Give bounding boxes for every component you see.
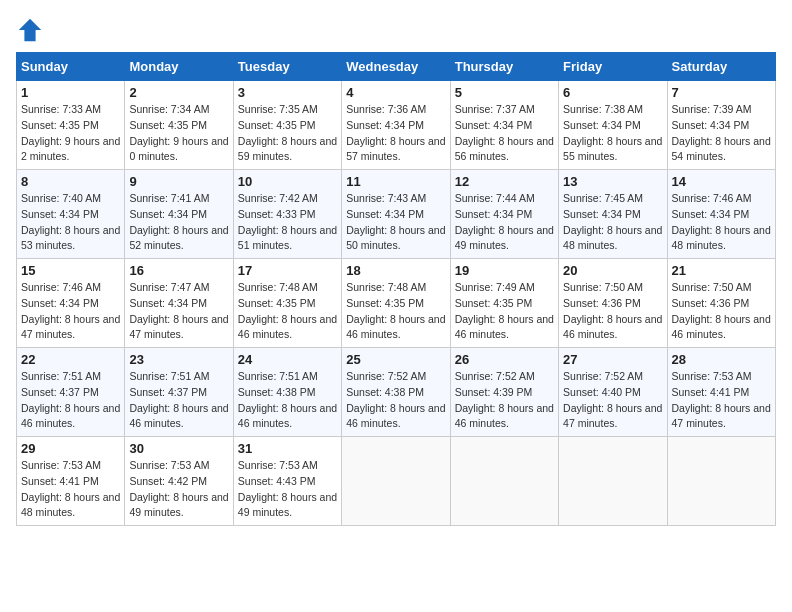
calendar-day-cell: 26Sunrise: 7:52 AMSunset: 4:39 PMDayligh… [450,348,558,437]
day-number: 18 [346,263,445,278]
day-number: 29 [21,441,120,456]
day-info: Sunrise: 7:43 AMSunset: 4:34 PMDaylight:… [346,191,445,254]
day-info: Sunrise: 7:41 AMSunset: 4:34 PMDaylight:… [129,191,228,254]
weekday-header: Wednesday [342,53,450,81]
day-number: 25 [346,352,445,367]
calendar-day-cell: 2Sunrise: 7:34 AMSunset: 4:35 PMDaylight… [125,81,233,170]
day-info: Sunrise: 7:48 AMSunset: 4:35 PMDaylight:… [238,280,337,343]
calendar-day-cell: 23Sunrise: 7:51 AMSunset: 4:37 PMDayligh… [125,348,233,437]
day-number: 17 [238,263,337,278]
day-info: Sunrise: 7:51 AMSunset: 4:37 PMDaylight:… [129,369,228,432]
calendar-week-row: 15Sunrise: 7:46 AMSunset: 4:34 PMDayligh… [17,259,776,348]
weekday-header: Saturday [667,53,775,81]
day-info: Sunrise: 7:40 AMSunset: 4:34 PMDaylight:… [21,191,120,254]
day-info: Sunrise: 7:51 AMSunset: 4:37 PMDaylight:… [21,369,120,432]
calendar-week-row: 8Sunrise: 7:40 AMSunset: 4:34 PMDaylight… [17,170,776,259]
day-number: 1 [21,85,120,100]
day-info: Sunrise: 7:49 AMSunset: 4:35 PMDaylight:… [455,280,554,343]
day-info: Sunrise: 7:42 AMSunset: 4:33 PMDaylight:… [238,191,337,254]
calendar-day-cell: 6Sunrise: 7:38 AMSunset: 4:34 PMDaylight… [559,81,667,170]
weekday-header-row: SundayMondayTuesdayWednesdayThursdayFrid… [17,53,776,81]
calendar-body: 1Sunrise: 7:33 AMSunset: 4:35 PMDaylight… [17,81,776,526]
calendar-day-cell: 16Sunrise: 7:47 AMSunset: 4:34 PMDayligh… [125,259,233,348]
day-info: Sunrise: 7:53 AMSunset: 4:43 PMDaylight:… [238,458,337,521]
weekday-header: Sunday [17,53,125,81]
calendar-day-cell: 1Sunrise: 7:33 AMSunset: 4:35 PMDaylight… [17,81,125,170]
day-number: 27 [563,352,662,367]
day-number: 4 [346,85,445,100]
day-number: 8 [21,174,120,189]
day-info: Sunrise: 7:52 AMSunset: 4:39 PMDaylight:… [455,369,554,432]
day-info: Sunrise: 7:50 AMSunset: 4:36 PMDaylight:… [672,280,771,343]
day-info: Sunrise: 7:33 AMSunset: 4:35 PMDaylight:… [21,102,120,165]
day-number: 30 [129,441,228,456]
calendar-day-cell: 11Sunrise: 7:43 AMSunset: 4:34 PMDayligh… [342,170,450,259]
day-number: 23 [129,352,228,367]
calendar-day-cell: 9Sunrise: 7:41 AMSunset: 4:34 PMDaylight… [125,170,233,259]
day-info: Sunrise: 7:46 AMSunset: 4:34 PMDaylight:… [21,280,120,343]
weekday-header: Tuesday [233,53,341,81]
day-info: Sunrise: 7:52 AMSunset: 4:38 PMDaylight:… [346,369,445,432]
calendar-day-cell: 10Sunrise: 7:42 AMSunset: 4:33 PMDayligh… [233,170,341,259]
day-info: Sunrise: 7:36 AMSunset: 4:34 PMDaylight:… [346,102,445,165]
calendar-day-cell: 31Sunrise: 7:53 AMSunset: 4:43 PMDayligh… [233,437,341,526]
calendar-day-cell: 29Sunrise: 7:53 AMSunset: 4:41 PMDayligh… [17,437,125,526]
day-number: 7 [672,85,771,100]
day-number: 16 [129,263,228,278]
day-number: 3 [238,85,337,100]
calendar-header: SundayMondayTuesdayWednesdayThursdayFrid… [17,53,776,81]
day-number: 6 [563,85,662,100]
day-number: 14 [672,174,771,189]
weekday-header: Friday [559,53,667,81]
day-number: 10 [238,174,337,189]
day-number: 21 [672,263,771,278]
page-header [16,16,776,44]
weekday-header: Monday [125,53,233,81]
calendar-day-cell: 15Sunrise: 7:46 AMSunset: 4:34 PMDayligh… [17,259,125,348]
day-number: 20 [563,263,662,278]
day-number: 11 [346,174,445,189]
calendar-day-cell: 5Sunrise: 7:37 AMSunset: 4:34 PMDaylight… [450,81,558,170]
day-info: Sunrise: 7:52 AMSunset: 4:40 PMDaylight:… [563,369,662,432]
calendar-day-cell: 3Sunrise: 7:35 AMSunset: 4:35 PMDaylight… [233,81,341,170]
day-info: Sunrise: 7:53 AMSunset: 4:42 PMDaylight:… [129,458,228,521]
day-number: 2 [129,85,228,100]
calendar-week-row: 1Sunrise: 7:33 AMSunset: 4:35 PMDaylight… [17,81,776,170]
calendar-day-cell: 4Sunrise: 7:36 AMSunset: 4:34 PMDaylight… [342,81,450,170]
logo-icon [16,16,44,44]
calendar-day-cell: 30Sunrise: 7:53 AMSunset: 4:42 PMDayligh… [125,437,233,526]
day-info: Sunrise: 7:37 AMSunset: 4:34 PMDaylight:… [455,102,554,165]
day-number: 24 [238,352,337,367]
day-info: Sunrise: 7:47 AMSunset: 4:34 PMDaylight:… [129,280,228,343]
day-info: Sunrise: 7:45 AMSunset: 4:34 PMDaylight:… [563,191,662,254]
logo [16,16,48,44]
calendar-week-row: 29Sunrise: 7:53 AMSunset: 4:41 PMDayligh… [17,437,776,526]
calendar-day-cell [342,437,450,526]
calendar-day-cell: 27Sunrise: 7:52 AMSunset: 4:40 PMDayligh… [559,348,667,437]
calendar-day-cell: 12Sunrise: 7:44 AMSunset: 4:34 PMDayligh… [450,170,558,259]
svg-marker-0 [19,19,41,41]
calendar-day-cell: 7Sunrise: 7:39 AMSunset: 4:34 PMDaylight… [667,81,775,170]
day-number: 28 [672,352,771,367]
calendar-day-cell [450,437,558,526]
calendar-day-cell: 28Sunrise: 7:53 AMSunset: 4:41 PMDayligh… [667,348,775,437]
calendar-day-cell: 13Sunrise: 7:45 AMSunset: 4:34 PMDayligh… [559,170,667,259]
calendar-day-cell: 20Sunrise: 7:50 AMSunset: 4:36 PMDayligh… [559,259,667,348]
day-info: Sunrise: 7:35 AMSunset: 4:35 PMDaylight:… [238,102,337,165]
day-number: 5 [455,85,554,100]
day-number: 9 [129,174,228,189]
day-info: Sunrise: 7:50 AMSunset: 4:36 PMDaylight:… [563,280,662,343]
day-number: 15 [21,263,120,278]
day-number: 13 [563,174,662,189]
day-number: 31 [238,441,337,456]
calendar-day-cell [667,437,775,526]
day-info: Sunrise: 7:39 AMSunset: 4:34 PMDaylight:… [672,102,771,165]
day-number: 22 [21,352,120,367]
day-info: Sunrise: 7:38 AMSunset: 4:34 PMDaylight:… [563,102,662,165]
day-info: Sunrise: 7:48 AMSunset: 4:35 PMDaylight:… [346,280,445,343]
calendar-day-cell: 22Sunrise: 7:51 AMSunset: 4:37 PMDayligh… [17,348,125,437]
day-info: Sunrise: 7:53 AMSunset: 4:41 PMDaylight:… [672,369,771,432]
weekday-header: Thursday [450,53,558,81]
calendar-week-row: 22Sunrise: 7:51 AMSunset: 4:37 PMDayligh… [17,348,776,437]
calendar-day-cell [559,437,667,526]
